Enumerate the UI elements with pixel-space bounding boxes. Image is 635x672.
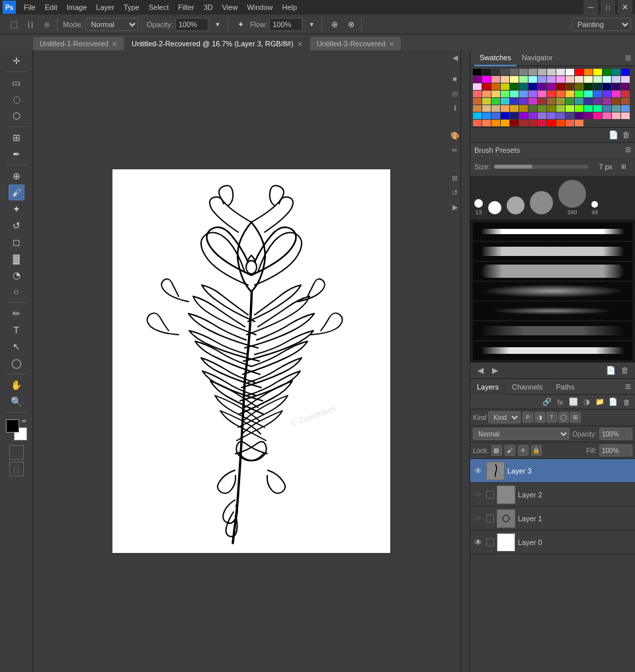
swatch-color[interactable] [538,69,546,75]
swatch-color[interactable] [529,91,537,97]
opacity-value[interactable] [599,428,632,440]
swatch-color[interactable] [547,120,556,126]
healing-brush-tool[interactable]: ⊕ [9,168,24,184]
delete-swatch-btn[interactable]: 🗑 [620,129,632,141]
swatch-color[interactable] [566,120,574,126]
fill-value[interactable] [599,444,632,456]
swatch-color[interactable] [519,120,528,126]
quick-select-tool[interactable]: ⬡ [9,108,24,124]
swatch-color[interactable] [612,76,620,83]
brush-tool[interactable]: 🖌 [9,185,24,200]
brushes-icon-btn[interactable]: ✏ [450,145,460,155]
eraser-tool[interactable]: ◻ [9,234,24,250]
layer-adj-btn[interactable]: ◑ [581,396,593,408]
swatch-color[interactable] [473,83,482,90]
swatch-color[interactable] [556,112,565,119]
layers-tab[interactable]: Layers [470,379,505,395]
swatch-color[interactable] [491,69,500,75]
layer-3-visibility[interactable]: 👁 [473,466,484,476]
layer-group-btn[interactable]: 📁 [594,396,606,408]
swatch-color[interactable] [510,69,519,75]
swatch-color[interactable] [612,105,620,112]
foreground-color[interactable] [6,419,19,433]
swatch-color[interactable] [575,112,583,119]
info-icon-btn[interactable]: ℹ [450,103,460,113]
swatch-color[interactable] [519,112,528,119]
swap-colors-btn[interactable]: ⇄ [22,418,28,425]
swatch-color[interactable] [482,83,491,90]
brush-preset-lg[interactable] [530,191,553,216]
swatch-color[interactable] [603,112,611,119]
layer-1-checkbox[interactable] [486,515,494,523]
flow-menu-btn[interactable]: ▼ [304,17,319,32]
swatch-color[interactable] [612,69,620,75]
swatch-color[interactable] [566,105,574,112]
kind-pixel-btn[interactable]: P [523,412,533,423]
tab-1-close[interactable]: ✕ [297,40,302,48]
flow-input[interactable] [269,18,302,31]
swatch-color[interactable] [593,83,602,90]
swatch-color[interactable] [529,120,537,126]
swatch-color[interactable] [612,91,620,97]
swatch-color[interactable] [584,83,593,90]
swatch-color[interactable] [556,98,565,105]
screen-mode-btn[interactable]: ⬚ [9,462,24,476]
swatches-icon-btn[interactable]: ■ [450,73,460,84]
swatch-color[interactable] [584,112,593,119]
swatch-color[interactable] [593,105,602,112]
swatch-color[interactable] [473,112,482,119]
swatch-color[interactable] [593,69,602,75]
swatch-color[interactable] [510,83,519,90]
layer-0-visibility[interactable]: 👁 [473,537,484,548]
swatch-color[interactable] [491,112,500,119]
clone-source-icon-btn[interactable]: ⊞ [450,173,460,183]
kind-smart-btn[interactable]: ⊞ [570,412,581,423]
swatch-color[interactable] [584,91,593,97]
swatch-color[interactable] [482,91,491,97]
swatch-color[interactable] [575,83,583,90]
swatch-color[interactable] [519,69,528,75]
swatch-color[interactable] [584,69,593,75]
blur-tool[interactable]: ◔ [9,267,24,283]
swatch-color[interactable] [482,98,491,105]
swatch-color[interactable] [501,105,509,112]
layer-1-visibility[interactable]: 👁 [473,513,484,524]
brush-sample-4[interactable] [473,282,632,300]
swatch-color[interactable] [482,120,491,126]
swatch-color[interactable] [473,76,482,83]
brush-sample-6[interactable] [473,321,632,340]
swatch-color[interactable] [593,112,602,119]
blend-mode-select[interactable]: Normal [473,428,570,440]
swatch-color[interactable] [501,91,509,97]
layer-item-1[interactable]: 👁 Layer 1 [470,507,635,530]
menu-image[interactable]: Image [63,2,91,13]
swatch-color[interactable] [566,98,574,105]
swatch-color[interactable] [529,105,537,112]
layer-item-2[interactable]: 👁 Layer 2 [470,483,635,507]
swatch-color[interactable] [603,76,611,83]
swatch-color[interactable] [501,120,509,126]
brush-preset-med[interactable] [507,196,525,216]
canvas-area[interactable]: © Deedraws [33,50,470,672]
swatch-color[interactable] [547,83,556,90]
crop-tool[interactable]: ⊞ [9,130,24,146]
swatch-color[interactable] [510,76,519,83]
new-brush-btn[interactable]: 📄 [605,364,616,376]
minimize-button[interactable]: ─ [583,0,598,15]
swatch-color[interactable] [603,69,611,75]
swatch-color[interactable] [519,91,528,97]
swatch-color[interactable] [482,112,491,119]
opacity-menu-btn[interactable]: ▼ [210,17,225,32]
clone-stamp-tool[interactable]: ✦ [9,201,24,217]
swatch-color[interactable] [612,83,620,90]
swatch-color[interactable] [473,105,482,112]
zoom-tool[interactable]: 🔍 [9,394,24,409]
swatch-color[interactable] [538,98,546,105]
brush-options[interactable]: ≡ [625,144,631,156]
paths-tab[interactable]: Paths [550,379,581,395]
lasso-tool[interactable]: ◌ [9,91,24,107]
swatch-color[interactable] [473,91,482,97]
swatch-color[interactable] [510,105,519,112]
swatch-color[interactable] [501,112,509,119]
gradient-tool[interactable]: ▓ [9,251,24,267]
